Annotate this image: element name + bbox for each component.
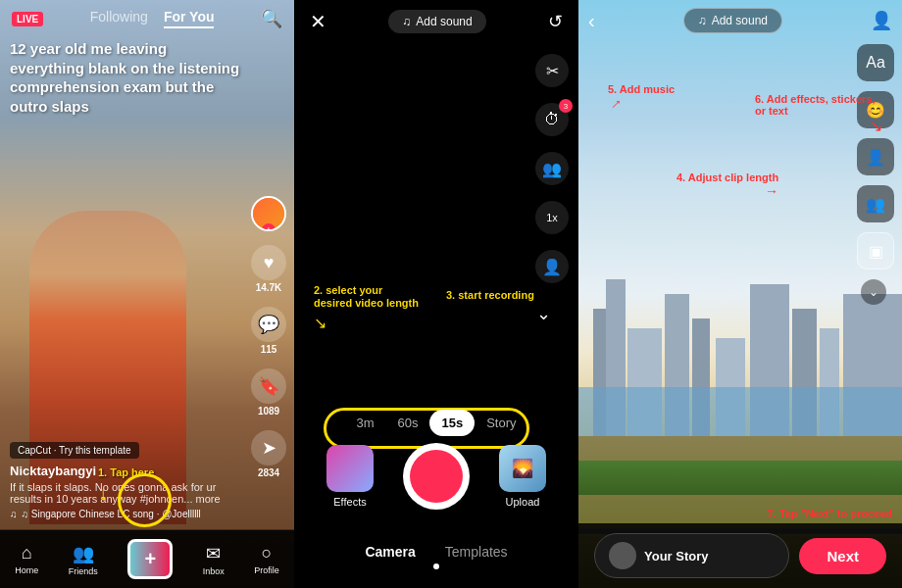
filter-tool[interactable]: 👥 — [535, 152, 569, 185]
bottom-navigation: ⌂ Home 👥 Friends + ✉ Inbox ○ Profile — [0, 529, 294, 588]
flip-camera-icon[interactable]: ↺ — [548, 11, 563, 32]
tab-templates[interactable]: Templates — [445, 544, 508, 560]
close-icon[interactable]: ✕ — [310, 10, 326, 33]
scissors-tool[interactable]: ✂ — [535, 54, 569, 87]
bookmark-action[interactable]: 🔖 1089 — [251, 368, 286, 416]
record-button[interactable] — [403, 443, 470, 510]
add-sound-label: Add sound — [416, 15, 472, 28]
ann2-arrow: ↘ — [314, 314, 422, 332]
upload-icon-box: 🌄 — [499, 445, 546, 492]
avatar-action[interactable]: + — [251, 196, 286, 231]
panel-story-editor: ‹ ♫ Add sound 👤 Aa 😊 👤 👥 ▣ ⌄ 5. Add musi… — [578, 0, 902, 588]
duration-15s[interactable]: 15s — [429, 410, 475, 436]
add-sound-button[interactable]: ♫ Add sound — [683, 8, 782, 33]
nav-inbox[interactable]: ✉ Inbox — [203, 543, 225, 576]
annotation-6: 6. Add effects, stickers, or text ↘ — [755, 93, 882, 135]
profile-icon: ○ — [262, 543, 273, 564]
bookmark-icon: 🔖 — [251, 368, 286, 404]
panel-camera: ✕ ♫ Add sound ↺ ✂ ⏱ 3 👥 1x 👤 ⌄ 2. select… — [294, 0, 578, 588]
add-sound-label: Add sound — [712, 14, 768, 27]
nav-friends[interactable]: 👥 Friends — [69, 543, 98, 576]
share-icon: ➤ — [251, 430, 286, 466]
nav-home-label: Home — [15, 565, 38, 575]
live-badge: LIVE — [12, 12, 43, 26]
tab-for-you[interactable]: For You — [164, 9, 215, 28]
effects-label: Effects — [333, 496, 366, 508]
more-tools-chevron[interactable]: ⌄ — [861, 279, 886, 305]
more-tools-chevron[interactable]: ⌄ — [535, 303, 569, 324]
annotation-7: 7. Tap "Next" to proceed — [767, 508, 892, 519]
duration-story[interactable]: Story — [475, 410, 527, 436]
collab-tool[interactable]: 👥 — [857, 185, 894, 222]
search-icon[interactable]: 🔍 — [261, 8, 282, 29]
story-bottom-row: Your Story Next — [594, 533, 886, 578]
story-editor-bottom: Your Story Next — [578, 523, 902, 588]
ann4-label: 4. Adjust clip length — [676, 172, 778, 183]
upload-label: Upload — [506, 496, 540, 508]
creator-avatar: + — [251, 196, 286, 231]
capcut-badge[interactable]: CapCut · Try this template — [10, 442, 139, 459]
like-action[interactable]: ♥ 14.7K — [251, 245, 286, 293]
nav-profile[interactable]: ○ Profile — [254, 543, 279, 575]
record-button-inner — [410, 450, 463, 503]
music-note-icon: ♫ — [402, 15, 411, 28]
feed-tabs: Following For You — [90, 9, 215, 28]
nav-profile-label: Profile — [254, 565, 279, 575]
camera-tab-row: Camera Templates — [365, 544, 507, 560]
ann6-label: 6. Add effects, stickers, or text — [755, 93, 882, 117]
follow-plus-icon[interactable]: + — [262, 223, 276, 231]
inbox-icon: ✉ — [206, 543, 221, 564]
clip-tool[interactable]: ▣ — [857, 232, 894, 270]
speed-tool[interactable]: 1x — [535, 201, 569, 234]
annotation-2: 2. select your desired video length ↘ — [314, 284, 422, 332]
share-count: 2834 — [258, 467, 279, 478]
music-note-icon: ♫ — [698, 14, 707, 27]
duration-60s[interactable]: 60s — [386, 410, 430, 436]
comment-action[interactable]: 💬 115 — [251, 307, 286, 355]
nav-home[interactable]: ⌂ Home — [15, 543, 38, 575]
feed-header: LIVE Following For You 🔍 — [0, 0, 294, 37]
your-story-button[interactable]: Your Story — [594, 533, 789, 578]
share-action[interactable]: ➤ 2834 — [251, 430, 286, 478]
right-actions: + ♥ 14.7K 💬 115 🔖 1089 ➤ 2834 — [251, 196, 286, 478]
text-aa-icon: Aa — [866, 54, 885, 72]
annotation-4: 4. Adjust clip length → — [676, 172, 778, 199]
annotation-3: 3. start recording — [446, 289, 534, 302]
your-story-label: Your Story — [644, 549, 709, 564]
timer-tool[interactable]: ⏱ 3 — [535, 103, 569, 136]
camera-right-tools: ✂ ⏱ 3 👥 1x 👤 ⌄ — [535, 54, 569, 324]
nav-inbox-label: Inbox — [203, 566, 225, 576]
comment-count: 115 — [261, 344, 277, 355]
tab-indicator — [433, 564, 439, 569]
duration-3m[interactable]: 3m — [344, 410, 385, 436]
panel-tiktok-feed: LIVE Following For You 🔍 12 year old me … — [0, 0, 294, 588]
story-editor-tools: Aa 😊 👤 👥 ▣ ⌄ — [857, 44, 894, 305]
ann5-label: 5. Add music — [608, 83, 675, 95]
ann2-label: 2. select your desired video length — [314, 284, 422, 310]
timer-badge: 3 — [559, 99, 573, 113]
next-button[interactable]: Next — [799, 538, 886, 574]
home-icon: ⌂ — [22, 543, 32, 564]
ann7-label: 7. Tap "Next" to proceed — [767, 508, 892, 519]
video-caption: 12 year old me leaving everything blank … — [10, 39, 245, 116]
add-sound-button[interactable]: ♫ Add sound — [388, 10, 485, 33]
effects-button[interactable]: Effects — [326, 445, 374, 508]
effects-icon-box — [326, 445, 374, 492]
bookmark-count: 1089 — [258, 406, 279, 416]
profile-icon[interactable]: 👤 — [871, 10, 892, 31]
upload-button[interactable]: 🌄 Upload — [499, 445, 546, 508]
create-button[interactable]: + — [127, 539, 173, 579]
comment-icon: 💬 — [251, 307, 286, 342]
person-tag-tool[interactable]: 👤 — [857, 138, 894, 175]
friends-icon: 👥 — [73, 543, 94, 564]
like-count: 14.7K — [256, 282, 282, 293]
back-icon[interactable]: ‹ — [588, 10, 595, 32]
text-tool[interactable]: Aa — [857, 44, 894, 81]
tab-camera[interactable]: Camera — [365, 544, 415, 560]
nav-friends-label: Friends — [69, 566, 98, 576]
camera-bottom-tabs: Camera Templates — [294, 524, 578, 588]
tap-circle-highlight — [118, 473, 172, 527]
beauty-tool[interactable]: 👤 — [535, 250, 569, 283]
like-icon: ♥ — [251, 245, 286, 280]
tab-following[interactable]: Following — [90, 9, 148, 28]
